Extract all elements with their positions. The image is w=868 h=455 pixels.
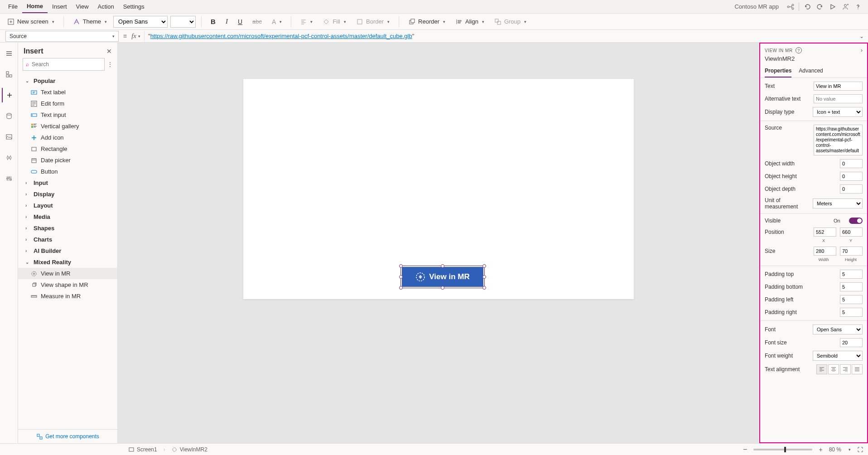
item-vertical-gallery[interactable]: Vertical gallery	[18, 121, 117, 132]
item-measure-in-mr[interactable]: Measure in MR	[18, 290, 117, 302]
item-add-icon[interactable]: Add icon	[18, 132, 117, 143]
play-icon[interactable]	[826, 0, 839, 13]
input-obj-w[interactable]	[840, 159, 863, 168]
rail-insert-icon[interactable]	[2, 88, 16, 102]
item-rectangle[interactable]: Rectangle	[18, 143, 117, 155]
item-text-input[interactable]: Text input	[18, 109, 117, 121]
align-button[interactable]: Align▾	[452, 16, 488, 27]
italic-button[interactable]: I	[222, 16, 231, 27]
rail-advanced-icon[interactable]	[2, 171, 16, 186]
group-display[interactable]: ›Display	[18, 189, 117, 200]
font-color-button[interactable]: A▾	[268, 16, 285, 27]
input-obj-h[interactable]	[840, 172, 863, 181]
group-layout[interactable]: ›Layout	[18, 200, 117, 211]
align-left-button[interactable]	[816, 364, 827, 374]
item-button[interactable]: Button	[18, 166, 117, 177]
group-media[interactable]: ›Media	[18, 211, 117, 223]
select-unit[interactable]: Meters	[813, 198, 863, 208]
get-more-components[interactable]: Get more components	[18, 429, 117, 443]
insert-pane-close-icon[interactable]: ✕	[106, 48, 112, 55]
theme-button[interactable]: Theme▾	[69, 16, 111, 27]
group-mixed-reality[interactable]: ⌄Mixed Reality	[18, 257, 117, 268]
insert-more-icon[interactable]: ⋮	[107, 61, 113, 68]
select-display-type[interactable]: Icon + text	[813, 107, 863, 117]
input-pad-l[interactable]	[840, 295, 863, 304]
input-pos-x[interactable]	[814, 228, 836, 237]
align-right-button[interactable]	[840, 364, 851, 374]
tab-properties[interactable]: Properties	[765, 65, 791, 77]
align-justify-button[interactable]	[852, 364, 863, 374]
breadcrumb-screen[interactable]: Screen1	[129, 446, 157, 453]
screen-canvas[interactable]: View in MR	[243, 79, 634, 299]
new-screen-button[interactable]: New screen▾	[4, 16, 58, 27]
tab-advanced[interactable]: Advanced	[799, 65, 823, 77]
fill-button[interactable]: Fill▾	[319, 16, 350, 27]
help-icon[interactable]	[852, 0, 864, 13]
font-family-select[interactable]: Open Sans	[113, 16, 168, 28]
input-pad-b[interactable]	[840, 282, 863, 291]
input-pad-t[interactable]	[840, 270, 863, 279]
underline-button[interactable]: U	[234, 16, 246, 27]
toggle-visible[interactable]	[849, 218, 863, 224]
rail-variables-icon[interactable]	[2, 150, 16, 165]
select-font[interactable]: Open Sans	[813, 324, 863, 334]
input-size-w[interactable]	[814, 247, 836, 256]
share-icon[interactable]	[839, 0, 852, 13]
fit-screen-icon[interactable]	[857, 446, 863, 453]
menu-view[interactable]: View	[72, 0, 93, 13]
input-pad-r[interactable]	[840, 308, 863, 317]
menu-file[interactable]: File	[4, 0, 22, 13]
input-source[interactable]: https://raw.githubusercontent.com/micros…	[814, 125, 863, 155]
pane-expand-icon[interactable]: ›	[861, 47, 863, 53]
group-popular[interactable]: ⌄Popular	[18, 75, 117, 87]
git-icon[interactable]	[784, 0, 797, 13]
input-size-h[interactable]	[840, 247, 863, 256]
help-badge-icon[interactable]: ?	[796, 47, 802, 53]
menu-home[interactable]: Home	[22, 0, 48, 13]
align-center-button[interactable]	[828, 364, 839, 374]
rail-data-icon[interactable]	[2, 109, 16, 123]
reorder-button[interactable]: Reorder▾	[405, 16, 449, 27]
border-button[interactable]: Border▾	[352, 16, 393, 27]
select-font-weight[interactable]: Semibold	[813, 351, 863, 361]
input-pos-y[interactable]	[840, 228, 863, 237]
canvas-area[interactable]: View in MR	[118, 43, 759, 443]
property-selector[interactable]: Source▾	[5, 31, 119, 42]
strike-button[interactable]: abc	[249, 16, 265, 27]
group-shapes[interactable]: ›Shapes	[18, 223, 117, 234]
undo-icon[interactable]	[801, 0, 814, 13]
group-input[interactable]: ›Input	[18, 177, 117, 189]
insert-search-input[interactable]	[32, 61, 101, 68]
formula-expand-icon[interactable]: ⌄	[855, 33, 868, 39]
menu-insert[interactable]: Insert	[48, 0, 72, 13]
redo-icon[interactable]	[814, 0, 826, 13]
item-view-shape-in-mr[interactable]: View shape in MR	[18, 279, 117, 290]
zoom-chevron-icon[interactable]: ▾	[849, 447, 851, 452]
item-text-label[interactable]: Text label	[18, 87, 117, 98]
input-font-size[interactable]	[840, 338, 863, 347]
rail-hamburger-icon[interactable]	[2, 46, 16, 61]
formula-input[interactable]: "https://raw.githubusercontent.com/micro…	[144, 31, 855, 42]
breadcrumb-control[interactable]: ViewInMR2	[172, 446, 207, 453]
fx-icon[interactable]: fx	[131, 32, 138, 40]
item-date-picker[interactable]: Date picker	[18, 155, 117, 166]
control-name[interactable]: ViewInMR2	[760, 55, 867, 65]
insert-search-box[interactable]: ⌕	[23, 58, 105, 71]
item-view-in-mr[interactable]: View in MR	[18, 268, 117, 279]
zoom-out-button[interactable]: −	[743, 445, 747, 454]
font-size-select[interactable]	[170, 16, 196, 28]
group-button[interactable]: Group▾	[491, 16, 530, 27]
rail-tree-icon[interactable]	[2, 67, 16, 82]
bold-button[interactable]: B	[207, 16, 219, 27]
item-edit-form[interactable]: Edit form	[18, 98, 117, 109]
zoom-in-button[interactable]: +	[819, 446, 822, 453]
rail-media-icon[interactable]	[2, 130, 16, 144]
view-in-mr-control[interactable]: View in MR	[402, 267, 483, 287]
group-ai-builder[interactable]: ›AI Builder	[18, 245, 117, 257]
menu-action[interactable]: Action	[93, 0, 119, 13]
fx-chevron-icon[interactable]: ▾	[138, 34, 144, 39]
zoom-slider[interactable]	[753, 449, 812, 450]
input-alt[interactable]	[814, 94, 863, 103]
text-align-button[interactable]: ▾	[297, 17, 316, 27]
input-obj-d[interactable]	[840, 184, 863, 194]
